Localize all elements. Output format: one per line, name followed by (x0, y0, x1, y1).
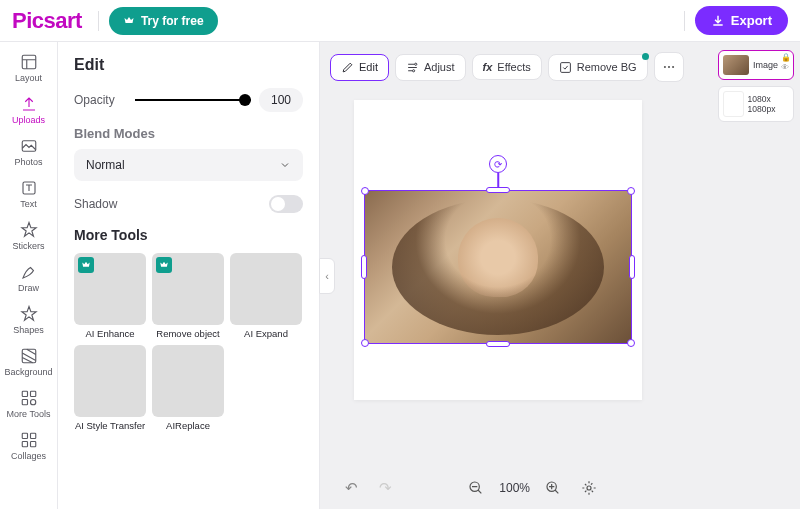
nav-layout[interactable]: Layout (0, 48, 57, 88)
tool-ai-replace[interactable]: AIReplace (152, 345, 224, 431)
ts-remove-bg[interactable]: Remove BG (548, 54, 648, 81)
more-tools-icon (20, 389, 38, 407)
svg-rect-5 (30, 391, 35, 396)
opacity-value[interactable]: 100 (259, 88, 303, 112)
zoom-out-button[interactable] (463, 475, 489, 501)
new-indicator (642, 53, 649, 60)
nav-collages[interactable]: Collages (0, 426, 57, 466)
zoom-value[interactable]: 100% (499, 481, 530, 495)
draw-icon (20, 263, 38, 281)
layer-thumbnail (723, 55, 749, 75)
redo-button[interactable]: ↷ (372, 475, 398, 501)
svg-point-12 (415, 63, 417, 65)
svg-rect-6 (22, 400, 27, 405)
nav-photos[interactable]: Photos (0, 132, 57, 172)
gear-icon (581, 480, 597, 496)
nav-stickers[interactable]: Stickers (0, 216, 57, 256)
tool-ai-style-transfer[interactable]: AI Style Transfer (74, 345, 146, 431)
stickers-icon (20, 221, 38, 239)
lock-icon[interactable]: 🔒 (781, 53, 791, 62)
svg-point-17 (672, 66, 674, 68)
crown-icon (123, 15, 135, 27)
edit-panel: Edit Opacity 100 Blend Modes Normal Shad… (58, 42, 320, 509)
ts-more[interactable] (654, 52, 684, 82)
shapes-icon (20, 305, 38, 323)
more-icon (662, 60, 676, 74)
layer-thumbnail (723, 91, 744, 117)
ts-edit[interactable]: Edit (330, 54, 389, 81)
nav-text[interactable]: Text (0, 174, 57, 214)
try-for-free-button[interactable]: Try for free (109, 7, 218, 35)
opacity-slider[interactable] (135, 99, 251, 101)
resize-handle-tl[interactable] (361, 187, 369, 195)
shadow-label: Shadow (74, 197, 117, 211)
resize-handle-l[interactable] (361, 255, 367, 279)
svg-rect-0 (22, 55, 36, 69)
visibility-icon[interactable]: 👁 (781, 63, 791, 72)
chevron-down-icon (279, 159, 291, 171)
nav-shapes[interactable]: Shapes (0, 300, 57, 340)
svg-rect-10 (22, 442, 27, 447)
undo-button[interactable]: ↶ (338, 475, 364, 501)
divider (684, 11, 685, 31)
premium-badge (156, 257, 172, 273)
text-icon (20, 179, 38, 197)
svg-point-15 (664, 66, 666, 68)
collapse-panel-button[interactable]: ‹ (319, 258, 335, 294)
svg-rect-9 (30, 433, 35, 438)
selected-image[interactable] (365, 191, 631, 343)
selection-box[interactable]: ⟳ (364, 190, 632, 344)
export-button[interactable]: Export (695, 6, 788, 35)
settings-button[interactable] (576, 475, 602, 501)
uploads-icon (20, 95, 38, 113)
svg-point-16 (668, 66, 670, 68)
collages-icon (20, 431, 38, 449)
svg-point-7 (30, 400, 35, 405)
premium-badge (78, 257, 94, 273)
export-label: Export (731, 13, 772, 28)
nav-background[interactable]: Background (0, 342, 57, 382)
layer-image[interactable]: Image 🔒👁 (718, 50, 794, 80)
tool-ai-enhance[interactable]: AI Enhance (74, 253, 146, 339)
layers-panel: Image 🔒👁 1080x 1080px (712, 42, 800, 509)
brand-logo[interactable]: Picsart (12, 8, 82, 34)
zoom-in-button[interactable] (540, 475, 566, 501)
adjust-icon (406, 61, 419, 74)
left-nav: Layout Uploads Photos Text Stickers Draw… (0, 42, 58, 509)
rotate-handle[interactable]: ⟳ (489, 155, 507, 173)
layout-icon (20, 53, 38, 71)
panel-title: Edit (74, 56, 303, 74)
layer-canvas[interactable]: 1080x 1080px (718, 86, 794, 122)
zoom-out-icon (468, 480, 484, 496)
background-icon (20, 347, 38, 365)
nav-draw[interactable]: Draw (0, 258, 57, 298)
canvas-area: Edit Adjust fxEffects Remove BG ‹ › ⟳ ↶ … (320, 42, 712, 509)
svg-rect-11 (30, 442, 35, 447)
opacity-label: Opacity (74, 93, 115, 107)
more-tools-heading: More Tools (74, 227, 303, 243)
ts-adjust[interactable]: Adjust (395, 54, 466, 81)
download-icon (711, 14, 725, 28)
resize-handle-b[interactable] (486, 341, 510, 347)
nav-more-tools[interactable]: More Tools (0, 384, 57, 424)
tool-ai-expand[interactable]: AI Expand (230, 253, 302, 339)
blend-mode-select[interactable]: Normal (74, 149, 303, 181)
resize-handle-br[interactable] (627, 339, 635, 347)
nav-uploads[interactable]: Uploads (0, 90, 57, 130)
ts-effects[interactable]: fxEffects (472, 54, 542, 80)
tool-remove-object[interactable]: Remove object (152, 253, 224, 339)
blend-modes-heading: Blend Modes (74, 126, 303, 141)
resize-handle-r[interactable] (629, 255, 635, 279)
resize-handle-bl[interactable] (361, 339, 369, 347)
try-label: Try for free (141, 14, 204, 28)
resize-handle-t[interactable] (486, 187, 510, 193)
remove-bg-icon (559, 61, 572, 74)
svg-rect-14 (560, 62, 570, 72)
photos-icon (20, 137, 38, 155)
shadow-toggle[interactable] (269, 195, 303, 213)
svg-rect-4 (22, 391, 27, 396)
zoom-in-icon (545, 480, 561, 496)
svg-point-13 (412, 69, 414, 71)
resize-handle-tr[interactable] (627, 187, 635, 195)
edit-icon (341, 61, 354, 74)
